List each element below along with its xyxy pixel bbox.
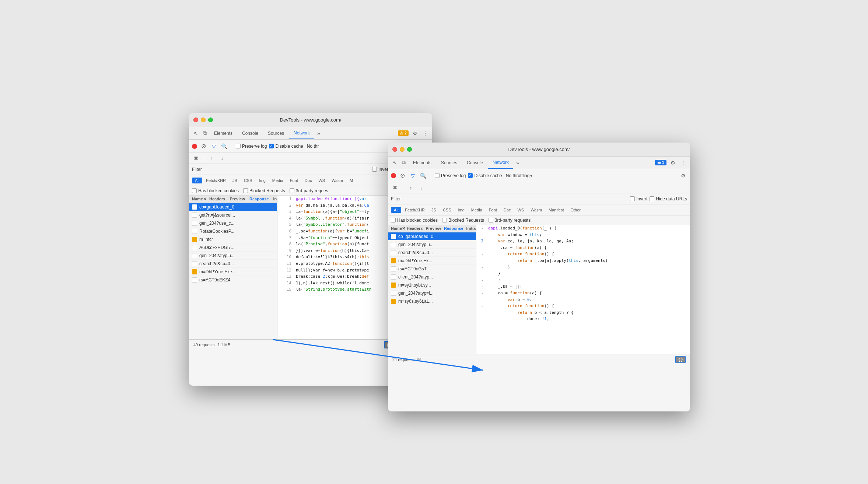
request-row-5-front[interactable]: client_204?atyp... (388, 273, 476, 281)
type-fetchxhr-back[interactable]: Fetch/XHR (203, 178, 229, 183)
request-row-7-back[interactable]: search?q&cp=0... (189, 260, 277, 268)
type-wasm-back[interactable]: Wasm (329, 178, 346, 183)
type-doc-front[interactable]: Doc (501, 207, 514, 213)
blocked-requests-label-back[interactable]: Blocked Requests (243, 188, 285, 193)
invert-checkbox-back[interactable] (372, 167, 377, 172)
col-preview-front[interactable]: Preview (426, 226, 441, 231)
upload-icon-front[interactable]: ↑ (407, 184, 415, 192)
request-row-3-front[interactable]: m=DhPYme,Ek... (388, 257, 476, 265)
maximize-button-front[interactable] (407, 147, 412, 152)
type-media-back[interactable]: Media (269, 178, 286, 183)
settings-icon-front[interactable]: ⚙ (669, 159, 677, 167)
third-party-checkbox-front[interactable] (489, 218, 493, 222)
type-doc-back[interactable]: Doc (302, 178, 315, 183)
col-preview-back[interactable]: Preview (230, 197, 245, 201)
col-close-front[interactable]: ✕ (402, 226, 405, 231)
type-css-back[interactable]: CSS (241, 178, 255, 183)
upload-icon-back[interactable]: ↑ (208, 154, 216, 162)
request-row-8-front[interactable]: m=sy6s,sy6t,aL... (388, 297, 476, 305)
col-headers-front[interactable]: Headers (407, 226, 423, 231)
type-js-back[interactable]: JS (230, 178, 240, 183)
tabs-more-back[interactable]: » (315, 129, 322, 138)
invert-label-back[interactable]: Invert (372, 167, 389, 172)
disable-cache-label-front[interactable]: Disable cache (468, 173, 502, 178)
filter-icon-front[interactable]: ▽ (409, 172, 417, 180)
preserve-log-checkbox-front[interactable] (435, 173, 440, 178)
type-all-back[interactable]: All (192, 178, 202, 183)
third-party-label-back[interactable]: 3rd-party reques (290, 188, 328, 193)
settings-icon-back[interactable]: ⚙ (411, 129, 419, 137)
disable-cache-label-back[interactable]: Disable cache (269, 144, 303, 149)
type-img-front[interactable]: Img (455, 207, 468, 213)
col-initiator-front[interactable]: Initiator (466, 226, 476, 231)
type-other-front[interactable]: Other (567, 207, 584, 213)
type-all-front[interactable]: All (391, 207, 401, 213)
col-response-back[interactable]: Response (249, 197, 269, 201)
request-row-4-back[interactable]: m=hfcr (189, 235, 277, 243)
type-manifest-front[interactable]: Manifest (546, 207, 567, 213)
request-row-2-front[interactable]: search?q&cp=0... (388, 249, 476, 257)
tab-network-front[interactable]: Network (488, 157, 513, 169)
request-row-4-front[interactable]: rs=ACT9oGsT... (388, 265, 476, 273)
blocked-cookies-label-back[interactable]: Has blocked cookies (192, 188, 239, 193)
tab-sources-back[interactable]: Sources (263, 127, 288, 139)
record-button-front[interactable] (391, 173, 396, 178)
preserve-log-label-front[interactable]: Preserve log (435, 173, 466, 178)
layers-icon-front[interactable]: ⧉ (400, 159, 408, 167)
more-icon-back[interactable]: ⋮ (421, 129, 429, 137)
close-button-front[interactable] (392, 147, 397, 152)
type-img-back[interactable]: Img (256, 178, 269, 183)
type-ws-back[interactable]: WS (315, 178, 328, 183)
request-row-1-back[interactable]: get?rt=j&sourcei... (189, 211, 277, 219)
record-button-back[interactable] (192, 144, 197, 149)
more-icon-front[interactable]: ⋮ (679, 159, 687, 167)
blocked-requests-checkbox-front[interactable] (442, 218, 447, 222)
type-js-front[interactable]: JS (428, 207, 439, 213)
layers-icon[interactable]: ⧉ (201, 129, 209, 137)
tab-console-front[interactable]: Console (462, 157, 487, 169)
invert-label-front[interactable]: Invert (630, 196, 647, 201)
request-row-6-front[interactable]: m=sy1r,sybt,sy... (388, 281, 476, 289)
blocked-cookies-checkbox-front[interactable] (391, 218, 396, 222)
download-icon-front[interactable]: ↓ (417, 184, 425, 192)
type-ws-front[interactable]: WS (514, 207, 527, 213)
blocked-cookies-label-front[interactable]: Has blocked cookies (391, 218, 438, 223)
request-row-1-front[interactable]: gen_204?atyp=i... (388, 241, 476, 249)
request-row-5-back[interactable]: A6DkqFxHDGl7... (189, 243, 277, 252)
minimize-button[interactable] (201, 118, 206, 122)
preserve-log-checkbox-back[interactable] (236, 144, 241, 148)
type-font-front[interactable]: Font (486, 207, 500, 213)
filter-icon-back[interactable]: ▽ (210, 142, 218, 150)
disable-cache-checkbox-front[interactable] (468, 173, 473, 178)
wifi-icon-front[interactable]: ⌘ (391, 184, 399, 192)
type-media-front[interactable]: Media (468, 207, 485, 213)
cursor-icon-front[interactable]: ↖ (391, 159, 399, 167)
blocked-cookies-checkbox-back[interactable] (192, 188, 197, 193)
throttle-chevron-front[interactable]: ▾ (530, 173, 532, 178)
hide-data-checkbox-front[interactable] (650, 196, 654, 201)
type-css-front[interactable]: CSS (440, 207, 454, 213)
close-button[interactable] (193, 118, 198, 122)
maximize-button[interactable] (208, 118, 213, 122)
third-party-checkbox-back[interactable] (290, 188, 294, 193)
third-party-label-front[interactable]: 3rd-party requests (489, 218, 531, 223)
blocked-requests-checkbox-back[interactable] (243, 188, 248, 193)
col-close-back[interactable]: ✕ (203, 197, 206, 201)
request-row-2-back[interactable]: gen_204?use_c... (189, 219, 277, 227)
search-icon-front[interactable]: 🔍 (419, 172, 427, 180)
format-button-front[interactable]: { } (675, 356, 686, 363)
tabs-more-front[interactable]: » (514, 158, 521, 167)
request-row-3-back[interactable]: RotateCookiesP... (189, 227, 277, 235)
type-wasm-front[interactable]: Wasm (528, 207, 545, 213)
wifi-icon-back[interactable]: ⌘ (192, 154, 200, 162)
col-headers-back[interactable]: Headers (209, 197, 225, 201)
type-fetchxhr-front[interactable]: Fetch/XHR (402, 207, 428, 213)
blocked-requests-label-front[interactable]: Blocked Requests (442, 218, 484, 223)
request-row-7-front[interactable]: gen_204?atyp=i... (388, 289, 476, 297)
disable-cache-checkbox-back[interactable] (269, 144, 274, 148)
request-row-8-back[interactable]: m=DhPYme,Eke... (189, 268, 277, 276)
minimize-button-front[interactable] (400, 147, 405, 152)
search-icon-back[interactable]: 🔍 (220, 142, 228, 150)
type-more-back[interactable]: M (347, 178, 356, 183)
hide-data-label-front[interactable]: Hide data URLs (650, 196, 687, 201)
